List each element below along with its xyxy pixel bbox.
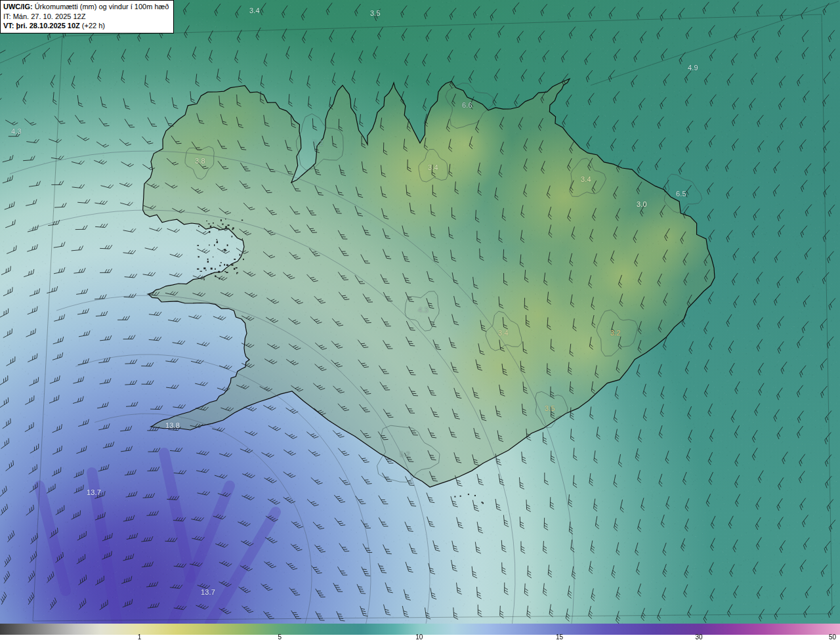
colorbar-tick: 30 xyxy=(695,633,702,641)
map-title-line: UWC/IG: Úrkomumætti (mm) og vindur í 100… xyxy=(3,2,169,12)
colorbar-tick: 15 xyxy=(556,633,563,641)
valid-time: þri. 28.10.2025 10Z xyxy=(16,22,80,30)
init-time: Mán. 27. 10. 2025 12Z xyxy=(13,12,86,20)
colorbar: 1510153050 xyxy=(0,624,840,642)
valid-time-line: VT: þri. 28.10.2025 10Z (+22 h) xyxy=(3,21,169,31)
map-title: Úrkomumætti (mm) og vindur í 100m hæð xyxy=(35,3,169,11)
colorbar-tick: 1 xyxy=(138,633,142,641)
model-label: UWC/IG: xyxy=(3,3,33,11)
colorbar-tick: 10 xyxy=(415,633,423,641)
colorbar-tick-labels: 1510153050 xyxy=(0,635,840,642)
forecast-info-box: UWC/IG: Úrkomumætti (mm) og vindur í 100… xyxy=(0,0,174,33)
weather-map-viewport: 3.43.54.94.36.67.23.83.43.46.53.04.33.43… xyxy=(0,0,840,642)
init-label: IT: xyxy=(3,12,11,20)
colorbar-tick: 5 xyxy=(278,633,282,641)
valid-label: VT: xyxy=(3,22,14,30)
valid-offset: (+22 h) xyxy=(82,22,105,30)
init-time-line: IT: Mán. 27. 10. 2025 12Z xyxy=(3,12,169,22)
precipitation-wind-field-map xyxy=(0,0,840,624)
colorbar-tick: 50 xyxy=(829,633,836,641)
